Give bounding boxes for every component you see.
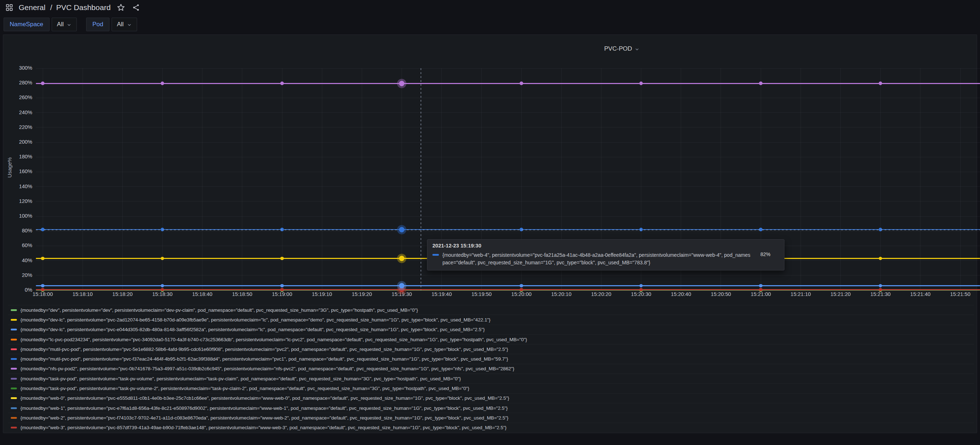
x-axis-tick-label: 15:21:50 (950, 291, 970, 297)
y-axis-tick-label: 80% (0, 228, 32, 233)
legend[interactable]: {mountedby="dev", persistentvolume="dev"… (8, 305, 974, 430)
y-axis-label: Usage% (6, 157, 13, 178)
x-axis-tick-label: 15:19:00 (272, 291, 292, 297)
series-color-swatch[interactable] (11, 388, 17, 389)
y-axis-tick-label: 140% (0, 183, 32, 189)
series-color-swatch[interactable] (11, 368, 17, 370)
x-axis-tick-label: 15:19:50 (471, 291, 492, 297)
y-axis-tick-label: 220% (0, 124, 32, 130)
series-color-swatch[interactable] (11, 427, 17, 429)
legend-row[interactable]: {mountedby="dev-lc", persistentvolume="p… (8, 325, 974, 335)
panel-title: PVC-POD (604, 45, 632, 53)
crosshair-horizontal (36, 230, 980, 230)
series-color-swatch[interactable] (11, 378, 17, 380)
legend-row[interactable]: {mountedby="web-1", persistentvolume="pv… (8, 404, 974, 413)
tooltip-series-value: 82% (760, 251, 770, 257)
legend-label: {mountedby="lc-pvc-pod234234", persisten… (21, 337, 527, 342)
tooltip-series-row: {mountedby="web-4", persistentvolume="pv… (433, 251, 779, 266)
legend-label: {mountedby="dev-lc", persistentvolume="p… (21, 317, 490, 322)
y-axis-tick-label: 40% (0, 257, 32, 263)
legend-row[interactable]: {mountedby="task-pv-pod", persistentvolu… (8, 374, 974, 384)
legend-label: {mountedby="dev", persistentvolume="dev"… (21, 308, 418, 313)
legend-row[interactable]: {mountedby="dev", persistentvolume="dev"… (8, 305, 974, 315)
x-axis-tick-label: 15:18:10 (73, 291, 92, 297)
y-axis-tick-label: 120% (0, 198, 32, 204)
legend-label: {mountedby="task-pv-pod", persistentvolu… (21, 376, 461, 381)
legend-label: {mountedby="mutil-pvc-pod", persistentvo… (21, 356, 508, 362)
legend-label: {mountedby="web-2", persistentvolume="pv… (21, 415, 509, 421)
legend-row[interactable]: {mountedby="mutil-pvc-pod", persistentvo… (8, 345, 974, 354)
series-point-highlighted (399, 256, 404, 261)
y-axis-tick-label: 60% (0, 242, 32, 248)
panel-title-menu[interactable]: PVC-POD (604, 45, 640, 53)
x-axis-tick-label: 15:20:50 (711, 291, 731, 297)
x-axis-tick-label: 15:19:40 (432, 291, 452, 297)
y-axis-tick-label: 200% (0, 139, 32, 145)
y-axis-tick-label: 20% (0, 272, 32, 278)
series-color-swatch[interactable] (11, 397, 17, 399)
legend-label: {mountedby="web-0", persistentvolume="pv… (21, 396, 509, 401)
tooltip-timestamp: 2021-12-23 15:19:30 (433, 243, 779, 249)
legend-row[interactable]: {mountedby="web-0", persistentvolume="pv… (8, 394, 974, 404)
x-axis-tick-label: 15:21:40 (910, 291, 931, 297)
series-color-swatch[interactable] (11, 339, 17, 340)
y-axis-tick-label: 100% (0, 213, 32, 219)
legend-row[interactable]: {mountedby="task-pv-pod", persistentvolu… (8, 384, 974, 393)
legend-row[interactable]: {mountedby="dev-lc", persistentvolume="p… (8, 315, 974, 325)
legend-row[interactable]: {mountedby="lc-pvc-pod234234", persisten… (8, 335, 974, 345)
series-color-swatch[interactable] (11, 407, 17, 409)
y-axis-tick-label: 0% (0, 287, 32, 293)
x-axis-tick-label: 15:20:20 (591, 291, 611, 297)
series-color-swatch[interactable] (11, 358, 17, 360)
x-axis-tick-label: 15:20:40 (671, 291, 691, 297)
x-axis-tick-label: 15:18:40 (192, 291, 212, 297)
legend-label: {mountedby="task-pv-pod", persistentvolu… (21, 386, 469, 391)
x-axis-tick-label: 15:19:20 (352, 291, 372, 297)
x-axis-tick-label: 15:21:00 (751, 291, 771, 297)
y-axis-tick-label: 180% (0, 154, 32, 159)
x-axis-tick-label: 15:21:20 (830, 291, 850, 297)
y-axis-tick-label: 240% (0, 110, 32, 115)
legend-label: {mountedby="nfs-pv-pod2", persistentvolu… (21, 366, 514, 372)
tooltip: 2021-12-23 15:19:30 {mountedby="web-4", … (427, 239, 784, 270)
legend-row[interactable]: {mountedby="mutil-pvc-pod", persistentvo… (8, 354, 974, 364)
x-axis-tick-label: 15:21:30 (870, 291, 890, 297)
legend-label: {mountedby="mutil-pvc-pod", persistentvo… (21, 346, 508, 352)
series-point-highlighted (399, 227, 404, 232)
legend-label: {mountedby="web-1", persistentvolume="pv… (21, 405, 508, 411)
series-color-swatch[interactable] (11, 309, 17, 311)
y-axis-tick-label: 280% (0, 80, 32, 86)
legend-row[interactable]: {mountedby="web-2", persistentvolume="pv… (8, 413, 974, 423)
x-axis-tick-label: 15:20:30 (631, 291, 651, 297)
tooltip-series-swatch (433, 254, 439, 256)
x-axis-tick-label: 15:19:10 (312, 291, 332, 297)
y-axis-tick-label: 260% (0, 94, 32, 100)
legend-row[interactable]: {mountedby="web-3", persistentvolume="pv… (8, 423, 974, 430)
x-axis-tick-label: 15:18:50 (232, 291, 252, 297)
series-color-swatch[interactable] (11, 329, 17, 330)
legend-label: {mountedby="web-3", persistentvolume="pv… (21, 425, 507, 430)
x-axis-tick-label: 15:18:30 (152, 291, 172, 297)
y-axis-tick-label: 160% (0, 169, 32, 174)
legend-label: {mountedby="dev-lc", persistentvolume="p… (21, 327, 485, 332)
crosshair-vertical (420, 68, 421, 290)
y-axis-tick-label: 300% (0, 65, 32, 71)
chevron-down-icon (635, 47, 640, 52)
x-axis-tick-label: 15:20:00 (511, 291, 531, 297)
x-axis-tick-label: 15:20:10 (551, 291, 571, 297)
series-color-swatch[interactable] (11, 319, 17, 321)
x-axis-tick-label: 15:21:10 (791, 291, 811, 297)
tooltip-series-text: {mountedby="web-4", persistentvolume="pv… (442, 251, 752, 266)
x-axis-tick-label: 15:18:00 (33, 291, 53, 297)
series-point-highlighted (399, 81, 404, 86)
series-color-swatch[interactable] (11, 417, 17, 419)
series-color-swatch[interactable] (11, 348, 17, 350)
legend-row[interactable]: {mountedby="nfs-pv-pod2", persistentvolu… (8, 364, 974, 374)
x-axis-tick-label: 15:18:20 (112, 291, 132, 297)
